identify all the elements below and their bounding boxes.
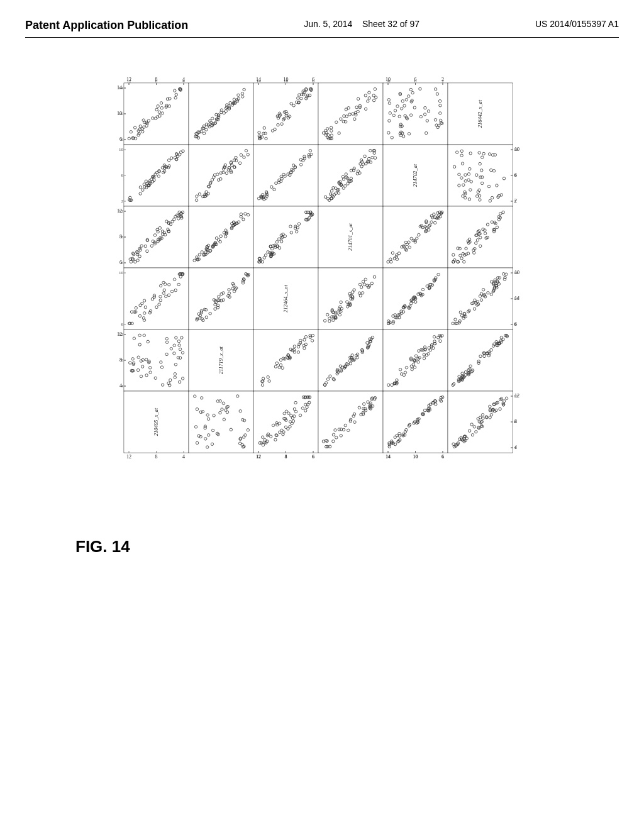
figure-container: .cell-border { fill: white; stroke: #444… bbox=[25, 75, 619, 556]
pub-date: Jun. 5, 2014 bbox=[304, 19, 352, 29]
page-header: Patent Application Publication Jun. 5, 2… bbox=[25, 19, 619, 38]
scatter-matrix-canvas bbox=[77, 75, 567, 516]
patent-number: US 2014/0155397 A1 bbox=[535, 19, 619, 29]
sheet-info: Sheet 32 of 97 bbox=[362, 19, 419, 29]
scatter-matrix-wrapper: .cell-border { fill: white; stroke: #444… bbox=[77, 75, 567, 518]
publication-date-sheet: Jun. 5, 2014 Sheet 32 of 97 bbox=[304, 19, 419, 29]
figure-label-text: FIG. 14 bbox=[75, 537, 130, 556]
page: Patent Application Publication Jun. 5, 2… bbox=[0, 0, 644, 830]
figure-label: FIG. 14 bbox=[75, 537, 130, 556]
publication-title: Patent Application Publication bbox=[25, 19, 188, 32]
